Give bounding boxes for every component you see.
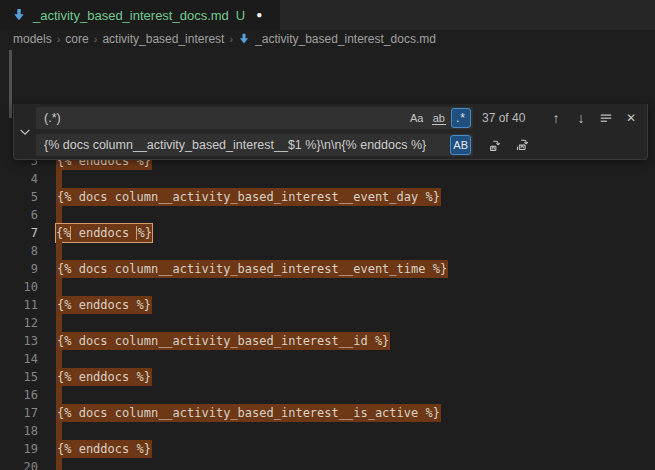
find-input[interactable]: [36, 111, 405, 125]
tab-title: _activity_based_interest_docs.md: [33, 8, 229, 23]
breadcrumb-item-activity-based-interest[interactable]: activity_based_interest: [102, 32, 224, 46]
line-number: 4: [0, 170, 38, 188]
find-in-selection-button[interactable]: [596, 108, 616, 128]
line-number: 9: [0, 260, 38, 278]
find-match-highlight: {% docs column__activity_based_interest_…: [56, 260, 448, 278]
markdown-file-icon: [12, 8, 26, 22]
code-line[interactable]: 13{% docs column__activity_based_interes…: [0, 332, 655, 350]
code-line[interactable]: 17{% docs column__activity_based_interes…: [0, 404, 655, 422]
line-text: [56, 170, 62, 188]
code-line[interactable]: 14: [0, 350, 655, 368]
find-match-highlight: {% enddocs %}: [56, 368, 152, 386]
code-line[interactable]: 15{% enddocs %}: [0, 368, 655, 386]
replace-all-icon: [515, 138, 530, 153]
empty-line-match-highlight: [56, 314, 62, 332]
editor-pane: 1{% docs column__activity_based_interest…: [0, 48, 655, 470]
line-text: {% docs column__activity_based_interest_…: [56, 188, 441, 206]
toggle-replace-button[interactable]: [14, 104, 36, 159]
replace-all-button[interactable]: [512, 135, 532, 155]
line-text: {% enddocs %}: [56, 440, 152, 458]
line-number: 7: [0, 224, 38, 242]
line-number: 17: [0, 404, 38, 422]
line-text: [56, 314, 62, 332]
replace-button[interactable]: [485, 135, 505, 155]
whole-word-icon: ab: [432, 112, 446, 125]
breadcrumb-separator: ›: [94, 33, 98, 45]
code-line[interactable]: 18: [0, 422, 655, 440]
line-text: [56, 242, 62, 260]
code-line[interactable]: 11{% enddocs %}: [0, 296, 655, 314]
close-find-widget-button[interactable]: ✕: [621, 108, 641, 128]
line-text: [56, 206, 62, 224]
breadcrumb-separator: ›: [229, 33, 233, 45]
empty-line-match-highlight: [56, 458, 62, 470]
find-match-highlight: {% docs column__activity_based_interest_…: [56, 332, 390, 350]
line-text: [56, 386, 62, 404]
empty-line-match-highlight: [56, 278, 62, 296]
code-line[interactable]: 6: [0, 206, 655, 224]
code-line[interactable]: 5{% docs column__activity_based_interest…: [0, 188, 655, 206]
arrow-up-icon: ↑: [553, 110, 560, 126]
line-text: {% enddocs %}: [56, 368, 152, 386]
breadcrumb-separator: ›: [57, 33, 61, 45]
empty-line-match-highlight: [56, 350, 62, 368]
match-case-icon: Aa: [410, 112, 423, 124]
current-find-match: {% enddocs %}: [55, 223, 153, 243]
code-line[interactable]: 10: [0, 278, 655, 296]
markdown-file-icon: [238, 33, 250, 45]
match-case-button[interactable]: Aa: [407, 108, 427, 128]
line-number: 20: [0, 458, 38, 470]
code-line[interactable]: 8: [0, 242, 655, 260]
find-match-highlight: {% enddocs %}: [56, 296, 152, 314]
breadcrumb-item-core[interactable]: core: [65, 32, 88, 46]
replace-input[interactable]: [36, 138, 448, 152]
find-widget-sash[interactable]: [9, 50, 12, 118]
line-number: 18: [0, 422, 38, 440]
line-number: 6: [0, 206, 38, 224]
match-count: 37 of 40: [482, 111, 525, 125]
code-line[interactable]: 12: [0, 314, 655, 332]
line-number: 12: [0, 314, 38, 332]
line-number: 14: [0, 350, 38, 368]
code-line[interactable]: 9{% docs column__activity_based_interest…: [0, 260, 655, 278]
code-line[interactable]: 20: [0, 458, 655, 470]
empty-line-match-highlight: [56, 242, 62, 260]
whole-word-button[interactable]: ab: [429, 108, 449, 128]
next-match-button[interactable]: ↓: [571, 108, 591, 128]
line-number: 13: [0, 332, 38, 350]
preserve-case-button[interactable]: AB: [450, 135, 471, 155]
selection-lines-icon: [599, 111, 613, 125]
code-line[interactable]: 19{% enddocs %}: [0, 440, 655, 458]
line-text: [56, 350, 62, 368]
editor-lines: 1{% docs column__activity_based_interest…: [0, 116, 655, 470]
empty-line-match-highlight: [56, 386, 62, 404]
find-match-highlight: {% docs column__activity_based_interest_…: [56, 188, 441, 206]
breadcrumb-item-models[interactable]: models: [13, 32, 52, 46]
line-number: 11: [0, 296, 38, 314]
find-input-box: Aa ab .*: [36, 107, 473, 129]
find-match-highlight: {% enddocs %}: [56, 440, 152, 458]
code-line[interactable]: 7{% enddocs %}: [0, 224, 655, 242]
line-text: {% enddocs %}: [56, 296, 152, 314]
line-text: {% docs column__activity_based_interest_…: [56, 404, 441, 422]
previous-match-button[interactable]: ↑: [546, 108, 566, 128]
tab-active-file[interactable]: _activity_based_interest_docs.md U ●: [0, 0, 280, 30]
line-text: {% docs column__activity_based_interest_…: [56, 332, 390, 350]
dirty-indicator-dot[interactable]: ●: [256, 10, 262, 20]
regex-icon: .*: [456, 111, 466, 125]
line-number: 16: [0, 386, 38, 404]
preserve-case-icon: AB: [453, 139, 468, 151]
line-text: [56, 278, 62, 296]
breadcrumb: models › core › activity_based_interest …: [0, 30, 655, 48]
line-number: 5: [0, 188, 38, 206]
breadcrumb-file[interactable]: _activity_based_interest_docs.md: [255, 32, 436, 46]
replace-icon: [488, 138, 503, 153]
use-regex-button[interactable]: .*: [451, 108, 471, 128]
line-number: 19: [0, 440, 38, 458]
line-text: {% docs column__activity_based_interest_…: [56, 260, 448, 278]
code-line[interactable]: 4: [0, 170, 655, 188]
empty-line-match-highlight: [56, 206, 62, 224]
code-line[interactable]: 16: [0, 386, 655, 404]
line-number: 8: [0, 242, 38, 260]
git-status-badge: U: [236, 8, 245, 23]
